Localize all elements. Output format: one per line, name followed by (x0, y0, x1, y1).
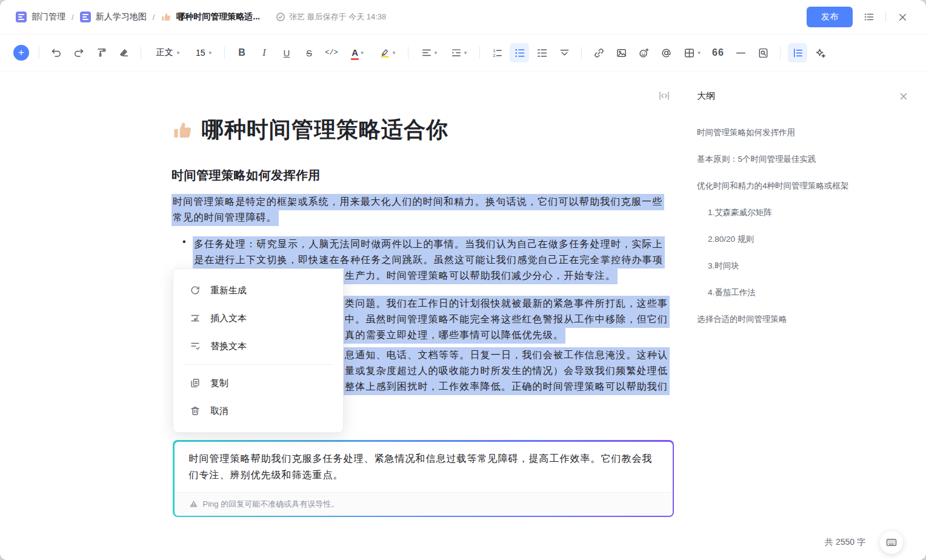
font-size-select[interactable]: 15▾ (189, 43, 217, 62)
doc-text-line[interactable]: 息通知、电话、文档等等。日复一日，我们会被工作信息淹没。这种认 (344, 347, 670, 364)
doc-text-line[interactable]: 量或复杂度超过人的吸收能力时所发生的情况）会导致我们频繁处理低 (344, 363, 670, 379)
menu-item-insert-text[interactable]: 插入文本 (173, 304, 343, 332)
breadcrumb-item-current-doc[interactable]: 哪种时间管理策略适... (161, 12, 260, 22)
text-color-icon: A (351, 48, 358, 57)
outline-close-icon[interactable] (897, 90, 910, 103)
bullet-list-button[interactable] (510, 43, 529, 62)
eraser-button[interactable] (114, 43, 133, 62)
horizontal-rule-icon (735, 47, 747, 59)
menu-item-cancel[interactable]: 取消 (173, 397, 343, 425)
magic-sparkle-button[interactable] (810, 43, 830, 62)
outline-item[interactable]: 3.时间块 (697, 261, 915, 272)
image-icon (616, 47, 627, 59)
collapse-width-icon[interactable] (657, 88, 671, 103)
format-toolbar: + 正文▾ 15▾ B I U S </> A▾ ▾ ▾ ▾ 1.2. ▾ 66 (0, 35, 926, 72)
doc-text-line[interactable]: 真的需要立即处理，哪些事情可以降低优先级。 (344, 327, 565, 344)
menu-item-regenerate[interactable]: 重新生成 (173, 276, 343, 304)
paragraph-style-select[interactable]: 正文▾ (148, 43, 186, 62)
todo-list-button[interactable] (532, 43, 551, 62)
menu-item-replace-text[interactable]: 替换文本 (173, 332, 343, 360)
table-button[interactable]: ▾ (679, 43, 705, 62)
outline-item[interactable]: 选择合适的时间管理策略 (697, 314, 915, 325)
highlight-color-button[interactable]: ▾ (374, 43, 401, 62)
emoji-button[interactable] (634, 43, 653, 62)
table-icon (684, 47, 695, 59)
toolbar-divider (581, 47, 582, 59)
menu-item-label: 复制 (210, 378, 228, 389)
redo-button[interactable] (69, 43, 88, 62)
doc-text-line[interactable]: 生产力。时间管理策略可以帮助我们减少分心，开始专注。 (344, 268, 618, 284)
doc-text-line[interactable]: 常见的时间管理障碍。 (172, 210, 279, 226)
outline-item[interactable]: 基本原则：5个时间管理最佳实践 (697, 154, 915, 165)
inline-code-button[interactable]: </> (322, 43, 341, 62)
doc-icon (80, 12, 91, 22)
ai-response-box: 时间管理策略帮助我们克服多任务处理、紧急情况和信息过载等常见障碍，提高工作效率。… (173, 440, 674, 517)
underline-button[interactable]: U (277, 43, 296, 62)
link-button[interactable] (589, 43, 608, 62)
keyboard-shortcut-button[interactable] (880, 531, 903, 554)
ai-context-menu: 重新生成 插入文本 替换文本 复制 取消 (173, 268, 344, 433)
strikethrough-button[interactable]: S (299, 43, 319, 62)
doc-text-line[interactable]: 整体上感到困扰时，工作效率降低。正确的时间管理策略可以帮助我们 (344, 379, 670, 395)
breadcrumb-item-dept[interactable]: 部门管理 (16, 12, 65, 22)
underline-glyph: U (284, 48, 290, 58)
doc-search-button[interactable] (753, 43, 773, 62)
fold-content-button[interactable] (555, 43, 574, 62)
italic-glyph: I (262, 47, 265, 58)
close-icon[interactable] (896, 10, 909, 24)
chevron-down-icon: ▾ (209, 50, 212, 56)
undo-button[interactable] (47, 43, 66, 62)
menu-item-label: 重新生成 (210, 285, 247, 296)
align-button[interactable]: ▾ (416, 43, 442, 62)
toolbar-divider (224, 47, 225, 59)
app-window: 部门管理 / 新人学习地图 / 哪种时间管理策略适... 张艺 最后保存于 今天… (0, 0, 926, 560)
bullet-list-icon (514, 47, 525, 59)
doc-search-icon (758, 47, 769, 59)
list-record-icon[interactable] (862, 10, 876, 24)
doc-text-line[interactable]: 中。虽然时间管理策略不能完全将这些红色警报从工作中移除，但它们 (344, 312, 670, 328)
breadcrumb-separator: / (153, 13, 155, 22)
outline-item[interactable]: 1.艾森豪威尔矩阵 (697, 207, 915, 218)
doc-text-line[interactable]: 类问题。我们在工作日的计划很快就被最新的紧急事件所打乱，这些事 (344, 296, 670, 312)
mention-button[interactable] (656, 43, 676, 62)
strikethrough-glyph: S (306, 48, 312, 58)
text-color-button[interactable]: A▾ (344, 43, 371, 62)
bold-glyph: B (238, 47, 245, 58)
bold-button[interactable]: B (232, 43, 251, 62)
ai-response-text: 时间管理策略帮助我们克服多任务处理、紧急情况和信息过载等常见障碍，提高工作效率。… (175, 442, 673, 492)
menu-item-copy[interactable]: 复制 (173, 369, 343, 397)
quote-button[interactable]: 66 (708, 43, 728, 62)
indent-button[interactable]: ▾ (445, 43, 472, 62)
insert-block-button[interactable]: + (13, 45, 29, 61)
doc-title-block[interactable]: 哪种时间管理策略适合你 (172, 115, 448, 145)
menu-item-label: 插入文本 (210, 313, 247, 324)
regenerate-icon (190, 285, 201, 296)
header-actions: 发布 (807, 7, 909, 27)
breadcrumb-separator: / (72, 13, 74, 22)
toolbar-divider (39, 47, 39, 59)
horizontal-rule-button[interactable] (731, 43, 750, 62)
publish-button[interactable]: 发布 (807, 7, 853, 27)
image-button[interactable] (611, 43, 631, 62)
outline-item[interactable]: 2.80/20 规则 (697, 234, 915, 245)
italic-button[interactable]: I (255, 43, 274, 62)
outline-item[interactable]: 时间管理策略如何发挥作用 (697, 127, 915, 138)
outline-list: 时间管理策略如何发挥作用基本原则：5个时间管理最佳实践优化时间和精力的4种时间管… (697, 127, 915, 341)
menu-item-label: 取消 (210, 405, 228, 417)
align-icon (421, 47, 432, 58)
outline-toggle-button[interactable] (788, 43, 807, 62)
header-divider (885, 12, 886, 22)
outline-item[interactable]: 4.番茄工作法 (697, 287, 915, 298)
section-heading[interactable]: 时间管理策略如何发挥作用 (172, 167, 321, 184)
format-painter-button[interactable] (92, 43, 111, 62)
emoji-icon (638, 47, 650, 59)
link-icon (593, 47, 605, 59)
outline-item[interactable]: 优化时间和精力的4种时间管理策略或框架 (697, 181, 915, 192)
doc-text-line[interactable]: 是在进行上下文切换，即快速在各种任务之间跳跃。虽然这可能让我们感觉自己正在完全掌… (193, 252, 665, 268)
chevron-down-icon: ▾ (464, 50, 467, 56)
doc-text-line[interactable]: 时间管理策略是特定的框架或系统，用来最大化人们的时间和精力。换句话说，它们可以帮… (172, 194, 664, 210)
doc-text-line[interactable]: 多任务处理：研究显示，人脑无法同时做两件以上的事情。当我们认为自己在做多任务处理… (193, 236, 665, 253)
breadcrumb-item-map[interactable]: 新人学习地图 (80, 12, 147, 22)
menu-divider (183, 364, 333, 365)
ordered-list-button[interactable]: 1.2. (487, 43, 507, 62)
